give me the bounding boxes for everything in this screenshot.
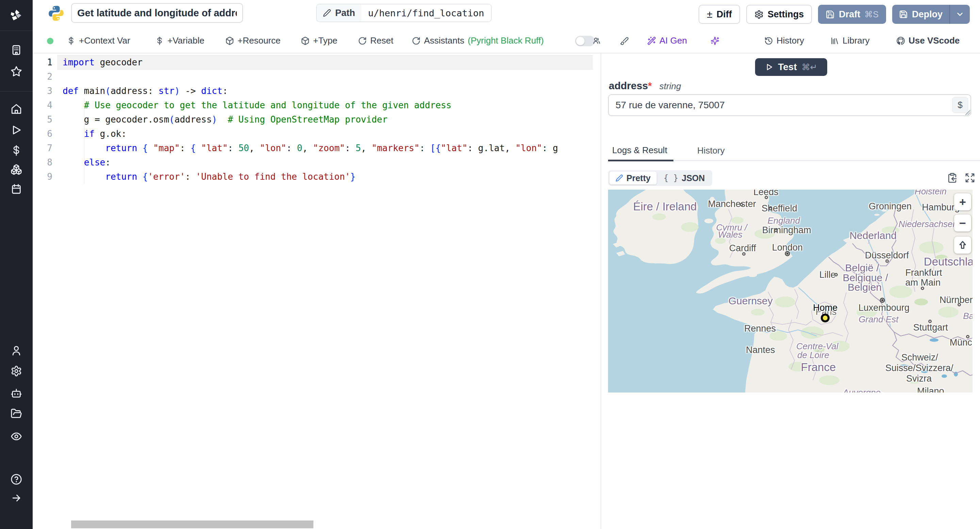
collab-users-button[interactable] [592, 29, 601, 53]
assistants-button[interactable]: Assistants (Pyright Black Ruff) [412, 29, 544, 53]
sidebar-item-workspace[interactable] [0, 43, 33, 57]
map-label: Luxembourg [859, 303, 910, 313]
gear-icon [754, 10, 764, 19]
map-city-dot [774, 229, 778, 232]
test-label: Test [778, 62, 797, 73]
use-vscode-button[interactable]: Use VScode [896, 29, 959, 53]
result-tabs: Logs & Result History [608, 145, 980, 161]
code-line[interactable]: 7 return { "map": { "lat": 50, "lon": 0,… [33, 141, 593, 155]
star-icon [11, 66, 22, 77]
path-button[interactable]: Path u/henri/find_location [316, 4, 492, 22]
result-view-toggle: Pretty { } JSON [608, 170, 712, 186]
user-icon [11, 345, 22, 357]
sidebar-item-workers[interactable] [0, 386, 33, 400]
deploy-button[interactable]: Deploy [892, 5, 950, 24]
code-line[interactable]: 1import geocoder [33, 55, 593, 69]
sidebar-item-users[interactable] [0, 344, 33, 357]
sidebar-item-variables[interactable] [0, 143, 33, 157]
sidebar-item-resources[interactable] [0, 163, 33, 176]
sidebar-item-home[interactable] [0, 102, 33, 116]
map-label: England [768, 215, 800, 226]
topbar: Path u/henri/find_location ± Diff Settin… [33, 0, 980, 29]
github-icon [896, 37, 905, 45]
tab-logs-result[interactable]: Logs & Result [608, 145, 673, 161]
line-number: 3 [35, 84, 52, 98]
reset-button[interactable]: Reset [358, 29, 393, 53]
json-toggle[interactable]: { } JSON [657, 172, 711, 185]
code-lines: 1import geocoder23def main(address: str)… [33, 55, 593, 184]
sidebar-item-schedules[interactable] [0, 182, 33, 196]
use-vscode-label: Use VScode [908, 35, 959, 46]
map-reset-view-button[interactable] [954, 237, 971, 253]
code-text: if g.ok: [57, 127, 593, 141]
test-button[interactable]: Test ⌘↵ [755, 58, 827, 76]
map-city-dot [740, 203, 743, 206]
pretty-label: Pretty [627, 173, 651, 183]
copy-result-button[interactable] [947, 172, 958, 183]
map-city-dot [769, 207, 772, 210]
resize-handle[interactable] [966, 110, 970, 115]
code-line[interactable]: 8 else: [33, 155, 593, 169]
code-text [57, 69, 593, 84]
code-line[interactable]: 5 g = geocoder.osm(address) # Using Open… [33, 112, 593, 127]
line-number: 7 [35, 141, 52, 155]
pretty-toggle[interactable]: Pretty [609, 172, 657, 185]
code-editor[interactable]: 1import geocoder23def main(address: str)… [33, 53, 601, 529]
map-city-dot [765, 196, 768, 199]
settings-button[interactable]: Settings [746, 5, 812, 24]
package-icon [301, 37, 310, 45]
home-marker[interactable] [821, 314, 830, 322]
address-input[interactable] [608, 94, 971, 116]
library-button[interactable]: Library [830, 29, 869, 53]
indent-guide [84, 98, 84, 184]
add-type-button[interactable]: +Type [301, 29, 337, 53]
code-text: else: [57, 155, 593, 169]
map-label: Belgien [848, 282, 882, 293]
argument-name: address [609, 80, 648, 91]
map-city-dot [885, 260, 889, 263]
history-button[interactable]: History [764, 29, 804, 53]
script-title-input[interactable] [71, 3, 243, 23]
toggle-knob [576, 37, 585, 45]
run-panel: Test ⌘↵ address* string $ Logs & Result … [601, 53, 980, 529]
code-text: def main(address: str) -> dict: [57, 84, 593, 98]
code-line[interactable]: 2 [33, 69, 593, 84]
windmill-logo[interactable] [0, 7, 33, 24]
map-zoom-out-button[interactable]: − [954, 215, 971, 231]
tab-history[interactable]: History [693, 145, 731, 160]
sidebar-item-favorites[interactable] [0, 65, 33, 78]
map-label: Sheffield [762, 203, 797, 214]
sidebar-item-audit-logs[interactable] [0, 430, 33, 443]
sidebar-item-settings[interactable] [0, 364, 33, 378]
result-map[interactable]: Éire / IrelandManchesterSheffieldLeedsGr… [608, 190, 972, 392]
expand-result-button[interactable] [965, 172, 975, 183]
sparkles-button[interactable] [711, 29, 719, 53]
ai-gen-button[interactable]: AI Gen [647, 29, 687, 53]
deploy-more-button[interactable] [950, 5, 970, 24]
map-label: Groningen [869, 201, 912, 212]
add-context-var-label: +Context Var [79, 35, 130, 46]
sidebar-item-folders[interactable] [0, 407, 33, 421]
code-line[interactable]: 6 if g.ok: [33, 127, 593, 141]
map-zoom-in-button[interactable]: + [954, 193, 971, 210]
add-resource-label: +Resource [237, 35, 280, 46]
format-brush-button[interactable] [620, 29, 629, 53]
add-variable-button[interactable]: +Variable [155, 29, 205, 53]
horizontal-scrollbar[interactable] [71, 521, 313, 528]
python-language-icon [48, 5, 65, 22]
sidebar-item-help[interactable] [0, 473, 33, 486]
clipboard-copy-icon [947, 172, 958, 183]
code-line[interactable]: 3def main(address: str) -> dict: [33, 84, 593, 98]
code-line[interactable]: 4 # Use geocoder to get the latitude and… [33, 98, 593, 112]
add-context-var-button[interactable]: +Context Var [67, 29, 130, 53]
sidebar-item-collapse[interactable] [0, 491, 33, 505]
map-city-dot [880, 298, 885, 303]
code-text: g = geocoder.osm(address) # Using OpenSt… [57, 112, 593, 127]
sidebar-item-runs[interactable] [0, 123, 33, 137]
add-resource-button[interactable]: +Resource [225, 29, 280, 53]
dollar-icon [11, 145, 22, 156]
code-line[interactable]: 9 return {'error': 'Unable to find the l… [33, 169, 593, 184]
draft-button[interactable]: Draft ⌘S [818, 5, 886, 24]
map-label: Guernsey [729, 295, 773, 307]
diff-button[interactable]: ± Diff [698, 5, 740, 24]
